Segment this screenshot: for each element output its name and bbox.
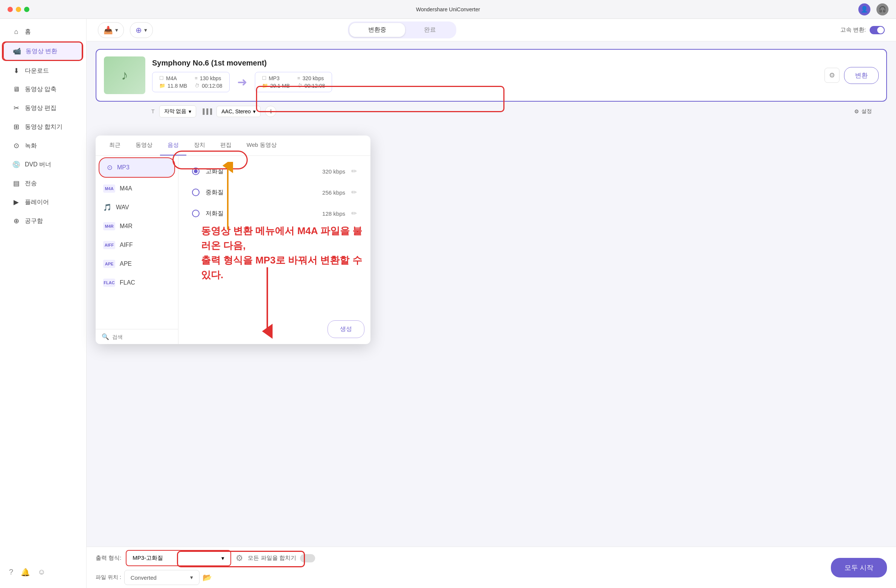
quality-item-high[interactable]: 고화질 320 kbps ✏ <box>186 162 363 181</box>
output-format-row: 출력 형식: MP3-고화질 ▾ ⚙ 모든 파일을 합치기 <box>96 550 825 566</box>
tab-done[interactable]: 완료 <box>405 23 455 37</box>
file-settings-button[interactable]: ⚙ <box>824 68 840 83</box>
m4a-badge: M4A <box>103 184 115 193</box>
format-item-aiff[interactable]: AIFF AIFF <box>96 236 178 254</box>
app-body: ⌂ 홈 📹 동영상 변환 ⬇ 다운로드 🖥 동영상 압축 ✂ 동영상 편집 ⊞ … <box>0 19 896 588</box>
start-all-button[interactable]: 모두 시작 <box>831 558 887 577</box>
quality-radio-mid <box>192 189 200 196</box>
tab-converting[interactable]: 변환중 <box>349 23 405 37</box>
compress-icon: 🖥 <box>12 85 20 93</box>
quality-item-mid[interactable]: 중화질 256 kbps ✏ <box>186 183 363 202</box>
format-item-m4r[interactable]: M4R M4R <box>96 217 178 236</box>
mp3-label: MP3 <box>117 164 130 171</box>
format-search-input[interactable] <box>112 334 172 340</box>
minimize-button[interactable] <box>16 7 21 12</box>
speed-switch[interactable] <box>870 26 885 34</box>
subtitle-value: 자막 없음 <box>164 108 187 115</box>
edit-icon-mid[interactable]: ✏ <box>351 188 357 197</box>
bottom-settings-icon[interactable]: ⚙ <box>236 553 243 563</box>
info-button[interactable]: ℹ <box>265 106 276 117</box>
format-search-box: 🔍 <box>96 329 178 344</box>
bottom-bar: 출력 형식: MP3-고화질 ▾ ⚙ 모든 파일을 합치기 파일 위치 : <box>87 547 896 588</box>
generate-button[interactable]: 생성 <box>328 320 364 338</box>
feedback-icon[interactable]: ☺ <box>38 568 45 577</box>
sidebar-item-merge[interactable]: ⊞ 동영상 합치기 <box>3 118 83 136</box>
maximize-button[interactable] <box>24 7 29 12</box>
sidebar-item-dvd[interactable]: 💿 DVD 버너 <box>3 156 83 173</box>
sidebar-item-download[interactable]: ⬇ 다운로드 <box>3 62 83 79</box>
format-item-m4a[interactable]: M4A M4A <box>96 179 178 198</box>
sidebar-label-home: 홈 <box>25 28 31 36</box>
file-location-value: Converted <box>131 574 157 581</box>
sidebar-item-home[interactable]: ⌂ 홈 <box>3 23 83 40</box>
audio-bars-icon: ▐▐▐ <box>201 108 212 114</box>
format-tab-video[interactable]: 동영상 <box>128 136 160 155</box>
format-tab-edit[interactable]: 편집 <box>213 136 239 155</box>
help-icon[interactable]: ? <box>9 568 13 577</box>
format-tab-audio[interactable]: 음성 <box>160 136 186 155</box>
format-tab-recent[interactable]: 최근 <box>102 136 128 155</box>
sidebar-item-transfer[interactable]: ▤ 전송 <box>3 175 83 192</box>
sidebar-item-record[interactable]: ⊙ 녹화 <box>3 137 83 154</box>
account-icon[interactable]: 👤 <box>858 3 870 15</box>
close-button[interactable] <box>8 7 13 12</box>
sidebar-item-edit[interactable]: ✂ 동영상 편집 <box>3 99 83 117</box>
sidebar-label-edit: 동영상 편집 <box>25 104 56 112</box>
edit-icon-high[interactable]: ✏ <box>351 167 357 175</box>
output-duration: 00:12:08 <box>305 83 325 89</box>
download-icon: ⬇ <box>12 67 20 75</box>
sidebar-item-compress[interactable]: 🖥 동영상 압축 <box>3 81 83 98</box>
notification-icon[interactable]: 🔔 <box>21 568 30 577</box>
audio-select[interactable]: AAC, Stereo ▾ <box>216 106 261 117</box>
sidebar-item-video-convert[interactable]: 📹 동영상 변환 <box>3 42 83 61</box>
file-specs: ☐ M4A ≡ 130 kbps 📁 11.8 MB <box>152 72 818 92</box>
audio-value: AAC, Stereo <box>221 108 251 114</box>
format-tab-web[interactable]: Web 동영상 <box>239 136 284 155</box>
output-specs: ☐ MP3 ≡ 320 kbps 📁 29.1 MB <box>255 72 332 92</box>
annotation-text: 동영상 변환 메뉴에서 M4A 파일을 불러온 다음, 출력 형식을 MP3로 … <box>201 224 370 282</box>
file-type-icon: ☐ <box>159 75 164 81</box>
subtitle-select[interactable]: 자막 없음 ▾ <box>159 105 197 117</box>
quality-item-low[interactable]: 저화질 128 kbps ✏ <box>186 204 363 223</box>
quality-label-low: 저화질 <box>206 210 322 218</box>
support-icon[interactable]: 🎧 <box>876 3 888 15</box>
speed-label: 고속 변환: <box>840 26 866 34</box>
merge-switch[interactable] <box>300 554 315 562</box>
sidebar-bottom: ? 🔔 ☺ <box>0 560 86 584</box>
video-convert-icon: 📹 <box>13 47 21 55</box>
edit-icon-low[interactable]: ✏ <box>351 209 357 218</box>
output-size-row: 📁 29.1 MB <box>262 83 290 89</box>
add-format-button[interactable]: ⊕ ▾ <box>130 22 153 38</box>
sidebar-label-transfer: 전송 <box>25 180 37 187</box>
merge-icon: ⊞ <box>12 123 20 131</box>
sidebar-item-player[interactable]: ▶ 플레이어 <box>3 193 83 211</box>
add-format-icon: ⊕ <box>136 26 142 35</box>
open-folder-icon[interactable]: 📂 <box>203 573 212 582</box>
output-format-chevron: ▾ <box>221 555 224 562</box>
source-bitrate-row: ≡ 130 kbps <box>195 75 222 81</box>
sidebar-label-tools: 공구함 <box>25 217 43 225</box>
add-file-button[interactable]: 📥 ▾ <box>98 22 124 38</box>
sidebar-item-tools[interactable]: ⊕ 공구함 <box>3 212 83 230</box>
format-item-ape[interactable]: APE APE <box>96 254 178 273</box>
output-duration-row: ⏱ 00:12:08 <box>297 83 325 89</box>
subtitle-row: T 자막 없음 ▾ ▐▐▐ AAC, Stereo ▾ ℹ ⚙ 설정 <box>96 102 887 117</box>
output-folder-icon: 📁 <box>262 83 268 88</box>
file-card: ♪ Symphony No.6 (1st movement) ☐ M4A <box>96 49 887 102</box>
convert-button[interactable]: 변환 <box>844 67 879 84</box>
source-duration-row: ⏱ 00:12:08 <box>195 83 222 89</box>
output-format-value: MP3-고화질 <box>133 554 163 562</box>
tools-icon: ⊕ <box>12 217 20 225</box>
output-clock-icon: ⏱ <box>297 83 302 88</box>
merge-toggle: 모든 파일을 합치기 <box>248 554 315 562</box>
file-location-select[interactable]: Converted ▾ <box>124 570 200 585</box>
output-bitrate-row: ≡ 320 kbps <box>297 75 325 81</box>
output-format-select[interactable]: MP3-고화질 ▾ <box>126 550 231 566</box>
format-item-flac[interactable]: FLAC FLAC <box>96 273 178 292</box>
format-item-mp3[interactable]: ⊙ MP3 <box>99 157 175 178</box>
format-item-wav[interactable]: 🎵 WAV <box>96 198 178 217</box>
source-format: M4A <box>166 75 177 81</box>
format-body: ⊙ MP3 M4A M4A 🎵 WAV M4R <box>96 156 370 344</box>
format-tab-device[interactable]: 장치 <box>186 136 213 155</box>
settings-link[interactable]: ⚙ 설정 <box>854 108 872 115</box>
